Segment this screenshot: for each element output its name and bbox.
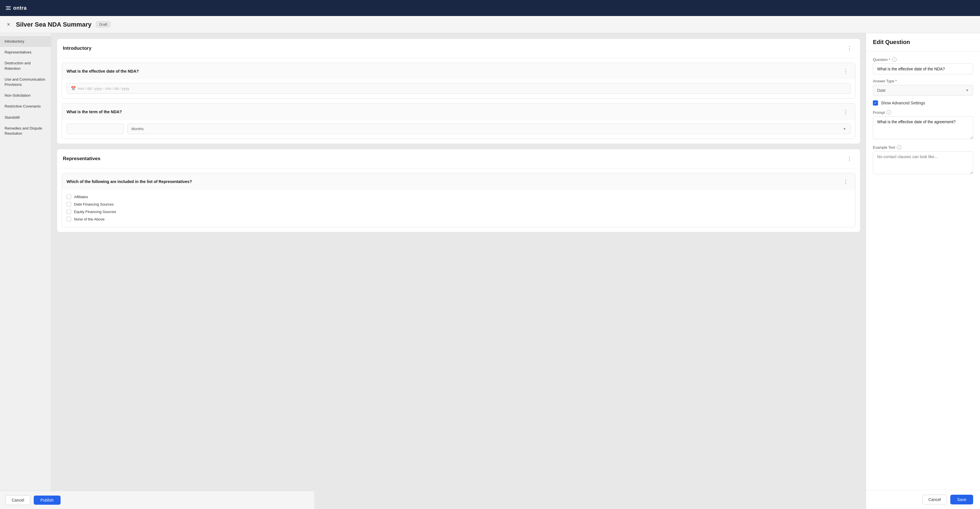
checkmark-icon: ✓: [874, 101, 877, 105]
panel-header: Edit Question: [866, 33, 980, 51]
prompt-textarea[interactable]: What is the effective date of the agreem…: [873, 116, 973, 139]
cancel-button[interactable]: Cancel: [6, 495, 30, 505]
answer-type-label-text: Answer Type *: [873, 79, 897, 83]
sidebar-item-representatives[interactable]: Representatives: [0, 47, 51, 58]
panel-footer: Cancel Save: [866, 490, 980, 509]
prompt-field-label: Prompt i: [873, 110, 973, 115]
question-effective-date-body: 📅 mm / dd / yyyy - mm / dd / yyyy: [62, 80, 855, 98]
question-term-text: What is the term of the NDA?: [67, 110, 122, 114]
question-effective-date: What is the effective date of the NDA? ⋮…: [62, 62, 856, 99]
date-placeholder: mm / dd / yyyy - mm / dd / yyyy: [78, 86, 129, 91]
panel-body: Question * i Answer Type * Date ▼ ✓ Show…: [866, 51, 980, 490]
prompt-label-text: Prompt: [873, 110, 885, 115]
term-unit-select[interactable]: Months ▼: [127, 123, 851, 134]
answer-type-chevron-icon: ▼: [966, 88, 969, 93]
question-term-more-button[interactable]: ⋮: [841, 107, 851, 116]
representatives-more-button[interactable]: ⋮: [845, 155, 854, 163]
question-representatives-list: Which of the following are included in t…: [62, 173, 856, 227]
sidebar-item-non-solicitation[interactable]: Non-Solicitation: [0, 90, 51, 101]
affiliates-checkbox[interactable]: [67, 195, 71, 199]
term-unit-value: Months: [131, 127, 144, 131]
representatives-section: Representatives ⋮ Which of the following…: [57, 149, 860, 232]
sidebar-item-remedies[interactable]: Remedies and Dispute Resolution: [0, 123, 51, 139]
none-above-label: None of the Above: [74, 217, 105, 221]
show-advanced-row: ✓ Show Advanced Settings: [873, 101, 973, 105]
sidebar-item-standstill[interactable]: Standstill: [0, 112, 51, 123]
sidebar-item-destruction[interactable]: Destruction and Retention: [0, 58, 51, 74]
draft-badge: Draft: [96, 21, 110, 27]
question-representatives-more-button[interactable]: ⋮: [841, 177, 851, 186]
panel-title: Edit Question: [873, 39, 910, 45]
date-range-input[interactable]: 📅 mm / dd / yyyy - mm / dd / yyyy: [67, 83, 851, 94]
list-item: Affiliates: [67, 195, 851, 199]
question-term: What is the term of the NDA? ⋮ Months ▼: [62, 103, 856, 139]
example-text-label-text: Example Text: [873, 145, 895, 150]
answer-type-value: Date: [877, 88, 886, 93]
introductory-header: Introductory ⋮: [57, 39, 860, 58]
panel-cancel-button[interactable]: Cancel: [922, 495, 947, 504]
term-number-input[interactable]: [67, 123, 124, 134]
question-effective-date-more-button[interactable]: ⋮: [841, 67, 851, 75]
logo-icon: [6, 6, 11, 10]
bottom-action-bar: Cancel Publish: [0, 491, 314, 509]
show-advanced-label: Show Advanced Settings: [881, 101, 925, 105]
term-inputs: Months ▼: [67, 123, 851, 134]
document-title: Silver Sea NDA Summary: [16, 21, 92, 28]
question-field-label: Question * i: [873, 57, 973, 62]
question-representatives-header: Which of the following are included in t…: [62, 173, 855, 190]
close-button[interactable]: ×: [6, 20, 11, 29]
edit-question-panel: Edit Question Question * i Answer Type *…: [866, 33, 980, 509]
show-advanced-checkbox[interactable]: ✓: [873, 101, 878, 105]
list-item: Debt Financing Sources: [67, 202, 851, 206]
sidebar-item-introductory[interactable]: Introductory: [0, 36, 51, 47]
introductory-section: Introductory ⋮ What is the effective dat…: [57, 39, 860, 144]
question-term-header: What is the term of the NDA? ⋮: [62, 104, 855, 120]
question-label-text: Question *: [873, 57, 890, 62]
question-effective-date-header: What is the effective date of the NDA? ⋮: [62, 63, 855, 80]
question-input[interactable]: [873, 64, 973, 74]
question-term-body: Months ▼: [62, 120, 855, 139]
question-effective-date-text: What is the effective date of the NDA?: [67, 69, 139, 73]
chevron-down-icon: ▼: [843, 127, 846, 131]
debt-financing-checkbox[interactable]: [67, 202, 71, 206]
logo: ontra: [6, 5, 27, 11]
representatives-checkbox-list: Affiliates Debt Financing Sources Equity…: [67, 193, 851, 222]
representatives-header: Representatives ⋮: [57, 149, 860, 168]
calendar-icon: 📅: [71, 86, 76, 91]
publish-button[interactable]: Publish: [34, 496, 60, 505]
equity-financing-label: Equity Financing Sources: [74, 210, 116, 214]
list-item: Equity Financing Sources: [67, 209, 851, 214]
panel-save-button[interactable]: Save: [950, 495, 973, 504]
logo-text: ontra: [13, 5, 27, 11]
main-content: Introductory ⋮ What is the effective dat…: [51, 33, 866, 509]
affiliates-label: Affiliates: [74, 195, 88, 199]
example-text-field-label: Example Text i: [873, 145, 973, 150]
list-item: None of the Above: [67, 217, 851, 221]
debt-financing-label: Debt Financing Sources: [74, 202, 114, 206]
question-representatives-text: Which of the following are included in t…: [67, 179, 192, 184]
introductory-title: Introductory: [63, 45, 91, 51]
introductory-more-button[interactable]: ⋮: [845, 44, 854, 53]
answer-type-field-label: Answer Type *: [873, 79, 973, 83]
equity-financing-checkbox[interactable]: [67, 209, 71, 214]
example-text-textarea[interactable]: [873, 151, 973, 174]
answer-type-select[interactable]: Date ▼: [873, 85, 973, 96]
question-info-icon[interactable]: i: [892, 57, 897, 62]
none-above-checkbox[interactable]: [67, 217, 71, 221]
question-representatives-body: Affiliates Debt Financing Sources Equity…: [62, 190, 855, 227]
representatives-title: Representatives: [63, 156, 100, 161]
main-layout: Introductory Representatives Destruction…: [0, 33, 980, 509]
example-text-info-icon[interactable]: i: [897, 145, 901, 150]
sidebar-item-use-communication[interactable]: Use and Communication Provisions: [0, 74, 51, 90]
top-navigation: ontra: [0, 0, 980, 16]
prompt-info-icon[interactable]: i: [886, 110, 891, 115]
document-header: × Silver Sea NDA Summary Draft: [0, 16, 980, 33]
sidebar: Introductory Representatives Destruction…: [0, 33, 51, 509]
sidebar-item-restrictive-covenants[interactable]: Restrictive Covenants: [0, 101, 51, 112]
